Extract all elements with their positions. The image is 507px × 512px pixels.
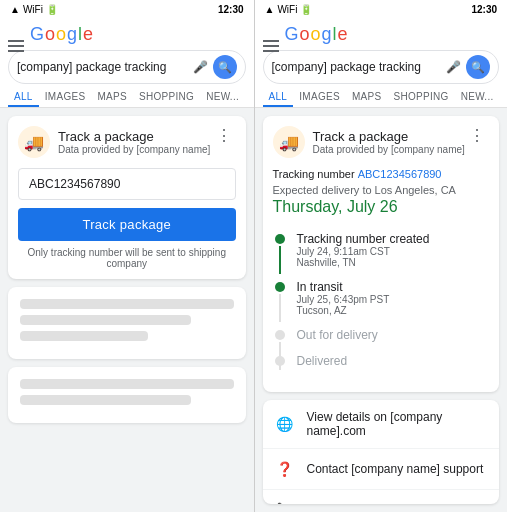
left-search-bar[interactable]: [company] package tracking 🎤 🔍: [8, 50, 246, 84]
timeline-content: Tracking number createdJuly 24, 9:11am C…: [297, 232, 490, 268]
right-mic-icon[interactable]: 🎤: [446, 60, 460, 74]
right-tab-shopping[interactable]: SHOPPING: [387, 84, 454, 107]
logo-o1: o: [45, 24, 55, 45]
timeline-dot-col: [273, 354, 287, 366]
timeline-dot-col: [273, 280, 287, 292]
timeline-label: Tracking number created: [297, 232, 490, 246]
right-logo-o1: o: [300, 24, 310, 45]
left-tracking-card: 🚚 Track a package Data provided by [comp…: [8, 116, 246, 279]
right-tracking-number-row: Tracking number ABC1234567890: [273, 168, 490, 180]
timeline-content: In transitJuly 25, 6:43pm PSTTucson, AZ: [297, 280, 490, 316]
left-panel: ▲ WiFi 🔋 12:30 Google [company] package …: [0, 0, 254, 512]
left-card-title-group: Track a package Data provided by [compan…: [58, 129, 210, 155]
left-skeleton-card-2: [8, 367, 246, 423]
right-card-header: 🚚 Track a package Data provided by [comp…: [273, 126, 490, 158]
skeleton-line: [20, 315, 191, 325]
timeline-dot: [275, 356, 285, 366]
action-label: Call (555) 555-5555: [307, 503, 413, 504]
logo-o2: o: [56, 24, 66, 45]
left-card-subtitle: Data provided by [company name]: [58, 144, 210, 155]
left-track-button[interactable]: Track package: [18, 208, 236, 241]
timeline-item: In transitJuly 25, 6:43pm PSTTucson, AZ: [273, 274, 490, 322]
action-item[interactable]: ❓Contact [company name] support: [263, 449, 500, 490]
action-item[interactable]: 🌐View details on [company name].com: [263, 400, 500, 449]
left-skeleton-card-1: [8, 287, 246, 359]
left-tab-images[interactable]: IMAGES: [39, 84, 92, 107]
left-card-title: Track a package: [58, 129, 210, 144]
right-tab-images[interactable]: IMAGES: [293, 84, 346, 107]
timeline-dot: [275, 330, 285, 340]
left-tab-maps[interactable]: MAPS: [91, 84, 133, 107]
right-tab-news[interactable]: NEW...: [455, 84, 500, 107]
right-tracking-label: Tracking number: [273, 168, 355, 180]
skeleton-line: [20, 331, 148, 341]
right-logo-g2: g: [322, 24, 332, 45]
left-google-logo: Google: [8, 24, 246, 45]
action-icon: ❓: [275, 459, 295, 479]
timeline-dot: [275, 234, 285, 244]
left-battery-icon: 🔋: [46, 4, 58, 15]
right-search-bar[interactable]: [company] package tracking 🎤 🔍: [263, 50, 500, 84]
timeline-content: Out for delivery: [297, 328, 490, 342]
right-search-query: [company] package tracking: [272, 60, 441, 74]
right-wifi-icon: WiFi: [277, 4, 297, 15]
timeline-dot-col: [273, 232, 287, 244]
timeline-dot: [275, 282, 285, 292]
left-tab-shopping[interactable]: SHOPPING: [133, 84, 200, 107]
timeline-item: Tracking number createdJuly 24, 9:11am C…: [273, 226, 490, 274]
right-tab-all[interactable]: ALL: [263, 84, 294, 107]
left-scroll-content: 🚚 Track a package Data provided by [comp…: [0, 108, 254, 512]
skeleton-line: [20, 299, 234, 309]
left-truck-icon: 🚚: [18, 126, 50, 158]
left-three-dots-button[interactable]: ⋮: [212, 126, 236, 145]
left-search-query: [company] package tracking: [17, 60, 187, 74]
right-tracking-card: 🚚 Track a package Data provided by [comp…: [263, 116, 500, 392]
left-tab-all[interactable]: ALL: [8, 84, 39, 107]
left-card-header-left: 🚚 Track a package Data provided by [comp…: [18, 126, 210, 158]
right-logo-l: l: [333, 24, 337, 45]
right-google-logo: Google: [263, 24, 500, 45]
timeline-label: Out for delivery: [297, 328, 490, 342]
right-expected-delivery: Expected delivery to Los Angeles, CA: [273, 184, 490, 196]
right-scroll-content: 🚚 Track a package Data provided by [comp…: [255, 108, 508, 512]
timeline-location: Tucson, AZ: [297, 305, 490, 316]
right-status-time: 12:30: [471, 4, 497, 15]
right-card-title-group: Track a package Data provided by [compan…: [313, 129, 465, 155]
left-tab-news[interactable]: NEW...: [200, 84, 245, 107]
timeline-item: Delivered: [273, 348, 490, 374]
left-nav-tabs: ALL IMAGES MAPS SHOPPING NEW...: [0, 84, 254, 108]
right-logo-e: e: [338, 24, 348, 45]
timeline-content: Delivered: [297, 354, 490, 368]
left-hamburger-icon[interactable]: [8, 40, 24, 52]
right-card-header-left: 🚚 Track a package Data provided by [comp…: [273, 126, 465, 158]
right-search-header: Google [company] package tracking 🎤 🔍: [255, 18, 508, 84]
logo-g: G: [30, 24, 44, 45]
timeline-label: In transit: [297, 280, 490, 294]
left-status-time: 12:30: [218, 4, 244, 15]
timeline-line: [279, 246, 281, 274]
right-truck-icon: 🚚: [273, 126, 305, 158]
action-item[interactable]: 📞Call (555) 555-5555: [263, 490, 500, 504]
right-panel: ▲ WiFi 🔋 12:30 Google [company] package …: [254, 0, 508, 512]
right-tab-maps[interactable]: MAPS: [346, 84, 388, 107]
left-status-left: ▲ WiFi 🔋: [10, 4, 58, 15]
right-card-subtitle: Data provided by [company name]: [313, 144, 465, 155]
right-logo-o2: o: [311, 24, 321, 45]
left-mic-icon[interactable]: 🎤: [193, 60, 207, 74]
right-logo-g: G: [285, 24, 299, 45]
right-search-button[interactable]: 🔍: [466, 55, 490, 79]
right-action-list: 🌐View details on [company name].com❓Cont…: [263, 400, 500, 504]
timeline-dot-col: [273, 328, 287, 340]
right-delivery-date: Thursday, July 26: [273, 198, 490, 216]
right-nav-tabs: ALL IMAGES MAPS SHOPPING NEW...: [255, 84, 508, 108]
left-signal-icon: ▲: [10, 4, 20, 15]
left-tracking-input[interactable]: [18, 168, 236, 200]
timeline-detail: July 25, 6:43pm PST: [297, 294, 490, 305]
right-tracking-value[interactable]: ABC1234567890: [358, 168, 442, 180]
right-hamburger-icon[interactable]: [263, 40, 279, 52]
timeline-location: Nashville, TN: [297, 257, 490, 268]
left-status-bar: ▲ WiFi 🔋 12:30: [0, 0, 254, 18]
right-three-dots-button[interactable]: ⋮: [465, 126, 489, 145]
action-label: Contact [company name] support: [307, 462, 484, 476]
left-search-button[interactable]: 🔍: [213, 55, 237, 79]
